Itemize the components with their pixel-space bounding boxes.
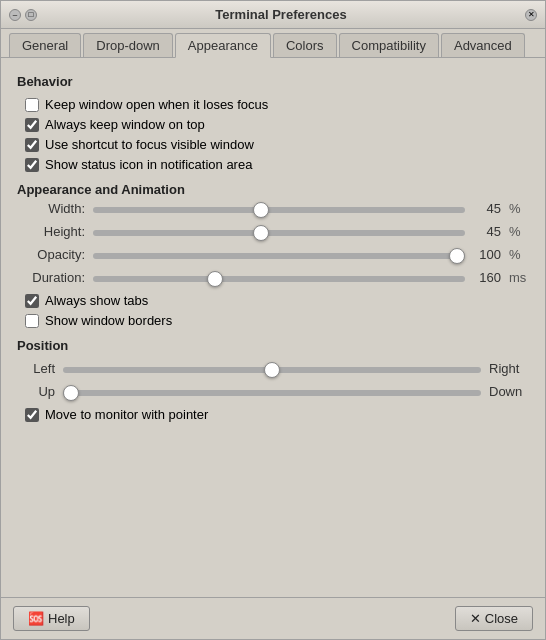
checkbox-keep-open-label: Keep window open when it loses focus (45, 97, 268, 112)
checkbox-always-tabs-input[interactable] (25, 294, 39, 308)
slider-opacity-label: Opacity: (25, 247, 85, 262)
slider-position-vertical[interactable] (63, 390, 481, 396)
tab-advanced[interactable]: Advanced (441, 33, 525, 57)
position-vertical-row: Up Down (17, 384, 529, 399)
help-label: Help (48, 611, 75, 626)
checkbox-monitor-pointer: Move to monitor with pointer (17, 407, 529, 422)
slider-height-container (93, 224, 465, 239)
checkbox-status-icon-input[interactable] (25, 158, 39, 172)
slider-width-label: Width: (25, 201, 85, 216)
close-icon: ✕ (470, 611, 481, 626)
slider-opacity-container (93, 247, 465, 262)
slider-height-row: Height: 45 % (17, 224, 529, 239)
position-horizontal-row: Left Right (17, 361, 529, 376)
slider-width[interactable] (93, 207, 465, 213)
close-dialog-button[interactable]: ✕ Close (455, 606, 533, 631)
close-label: Close (485, 611, 518, 626)
slider-duration-value: 160 (473, 270, 501, 285)
window: – □ Terminal Preferences ✕ General Drop-… (0, 0, 546, 640)
content-area: Behavior Keep window open when it loses … (1, 58, 545, 597)
checkbox-always-top-input[interactable] (25, 118, 39, 132)
slider-duration[interactable] (93, 276, 465, 282)
slider-width-container (93, 201, 465, 216)
position-vertical-slider-container (63, 384, 481, 399)
slider-duration-row: Duration: 160 ms (17, 270, 529, 285)
checkbox-shortcut-focus-input[interactable] (25, 138, 39, 152)
checkbox-monitor-pointer-input[interactable] (25, 408, 39, 422)
tab-dropdown[interactable]: Drop-down (83, 33, 173, 57)
slider-opacity[interactable] (93, 253, 465, 259)
checkbox-window-borders-label: Show window borders (45, 313, 172, 328)
checkbox-shortcut-focus-label: Use shortcut to focus visible window (45, 137, 254, 152)
slider-opacity-row: Opacity: 100 % (17, 247, 529, 262)
slider-height-value: 45 (473, 224, 501, 239)
maximize-button[interactable]: □ (25, 9, 37, 21)
checkbox-status-icon-label: Show status icon in notification area (45, 157, 252, 172)
window-title: Terminal Preferences (37, 7, 525, 22)
tab-compatibility[interactable]: Compatibility (339, 33, 439, 57)
position-up-label: Up (25, 384, 55, 399)
tab-general[interactable]: General (9, 33, 81, 57)
position-right-label: Right (489, 361, 529, 376)
titlebar-controls: – □ (9, 9, 37, 21)
help-icon: 🆘 (28, 611, 44, 626)
checkbox-monitor-pointer-label: Move to monitor with pointer (45, 407, 208, 422)
slider-height[interactable] (93, 230, 465, 236)
slider-height-unit: % (509, 224, 529, 239)
footer: 🆘 Help ✕ Close (1, 597, 545, 639)
checkbox-always-top: Always keep window on top (17, 117, 529, 132)
slider-position-horizontal[interactable] (63, 367, 481, 373)
titlebar: – □ Terminal Preferences ✕ (1, 1, 545, 29)
checkbox-window-borders: Show window borders (17, 313, 529, 328)
position-horizontal-slider-container (63, 361, 481, 376)
slider-width-value: 45 (473, 201, 501, 216)
close-button[interactable]: ✕ (525, 9, 537, 21)
help-button[interactable]: 🆘 Help (13, 606, 90, 631)
tab-appearance[interactable]: Appearance (175, 33, 271, 58)
minimize-button[interactable]: – (9, 9, 21, 21)
titlebar-right-controls: ✕ (525, 9, 537, 21)
checkbox-status-icon: Show status icon in notification area (17, 157, 529, 172)
checkbox-always-top-label: Always keep window on top (45, 117, 205, 132)
checkbox-always-tabs: Always show tabs (17, 293, 529, 308)
slider-width-unit: % (509, 201, 529, 216)
slider-duration-unit: ms (509, 270, 529, 285)
checkbox-window-borders-input[interactable] (25, 314, 39, 328)
checkbox-always-tabs-label: Always show tabs (45, 293, 148, 308)
slider-height-label: Height: (25, 224, 85, 239)
position-section-title: Position (17, 338, 529, 353)
checkbox-keep-open: Keep window open when it loses focus (17, 97, 529, 112)
position-down-label: Down (489, 384, 529, 399)
slider-opacity-unit: % (509, 247, 529, 262)
slider-duration-container (93, 270, 465, 285)
checkbox-shortcut-focus: Use shortcut to focus visible window (17, 137, 529, 152)
tab-colors[interactable]: Colors (273, 33, 337, 57)
slider-opacity-value: 100 (473, 247, 501, 262)
slider-width-row: Width: 45 % (17, 201, 529, 216)
tab-bar: General Drop-down Appearance Colors Comp… (1, 29, 545, 58)
position-left-label: Left (25, 361, 55, 376)
checkbox-keep-open-input[interactable] (25, 98, 39, 112)
behavior-section-title: Behavior (17, 74, 529, 89)
appearance-section-title: Appearance and Animation (17, 182, 529, 197)
slider-duration-label: Duration: (25, 270, 85, 285)
